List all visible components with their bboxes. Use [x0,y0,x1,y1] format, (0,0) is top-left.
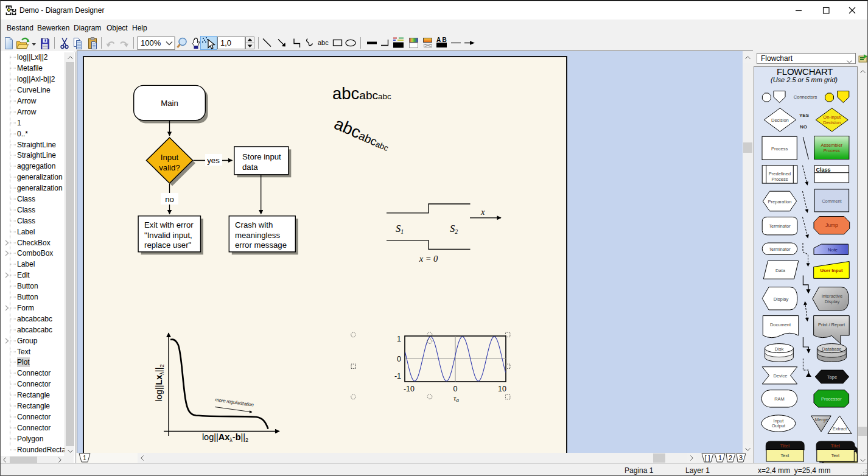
svg-text:Decision: Decision [771,117,789,123]
svg-text:meaningless: meaningless [235,231,280,240]
svg-text:Crash with: Crash with [235,220,273,229]
svg-text:Connectors: Connectors [794,94,817,100]
svg-text:S1: S1 [396,223,404,235]
svg-text:valid?: valid? [159,163,180,172]
svg-text:Exit with error: Exit with error [144,220,194,229]
svg-text:"Invalid input,: "Invalid input, [144,231,192,240]
svg-text:Merge: Merge [815,417,828,422]
svg-text:Store input: Store input [242,152,281,161]
svg-text:x: x [480,207,485,217]
svg-text:-10: -10 [404,385,415,393]
svg-text:Titel: Titel [780,443,789,449]
svg-text:Data: Data [775,268,786,273]
svg-text:Process: Process [824,148,840,153]
svg-text:User Input: User Input [820,268,843,273]
svg-text:Terminator: Terminator [769,223,791,229]
svg-text:Process: Process [771,146,788,152]
svg-text:abcabcabc: abcabcabc [332,84,391,103]
svg-text:Interactive: Interactive [822,293,843,299]
svg-text:Jump: Jump [825,222,838,228]
svg-text:B: B [443,37,447,43]
svg-text:Preparation: Preparation [768,199,792,205]
svg-text:Display: Display [825,299,840,304]
svg-text:log||Axλ-b||2: log||Axλ-b||2 [202,432,248,443]
svg-text:[ ]: [ ] [704,454,710,461]
svg-text:abcabcabc: abcabcabc [332,114,393,155]
svg-text:3: 3 [739,454,743,461]
svg-text:Comment: Comment [822,198,842,204]
svg-text:YES: YES [799,113,810,118]
svg-text:Assembler: Assembler [821,142,842,148]
svg-text:Print / Report: Print / Report [818,322,845,327]
svg-text:(Use 2.5 or 5 mm grid): (Use 2.5 or 5 mm grid) [771,76,838,83]
svg-text:Display: Display [774,296,789,302]
svg-text:Extract: Extract [833,426,847,432]
svg-text:error message: error message [235,240,287,250]
svg-text:Text: Text [831,453,840,458]
svg-text:Disk: Disk [775,346,784,352]
svg-text:Output: Output [772,423,786,429]
svg-text:Document: Document [770,322,791,327]
svg-text:Main: Main [161,99,178,108]
svg-text:τa: τa [453,394,459,403]
svg-text:replace user": replace user" [144,240,192,250]
svg-text:Class: Class [816,167,831,173]
svg-text:1: 1 [83,455,86,461]
svg-text:Note: Note [828,247,838,253]
svg-text:0: 0 [397,355,401,363]
svg-text:Titel: Titel [831,443,840,449]
svg-text:data: data [242,163,258,172]
svg-text:1,0: 1,0 [220,38,231,47]
svg-text:yes: yes [207,156,220,165]
svg-text:-1: -1 [394,372,401,380]
svg-text:no: no [165,195,174,204]
svg-text:x = 0: x = 0 [419,254,438,264]
svg-text:Tape: Tape [827,374,837,380]
svg-text:Processor: Processor [821,396,842,402]
svg-text:Process: Process [771,177,788,182]
svg-text:FLOWCHART: FLOWCHART [777,66,833,77]
svg-text:Input: Input [161,153,179,162]
svg-text:1: 1 [718,454,722,461]
svg-text:log||Lxλ||2: log||Lxλ||2 [154,365,165,402]
svg-text:more regularization: more regularization [215,397,254,408]
svg-text:RAM: RAM [774,396,785,402]
svg-text:Terminator: Terminator [769,247,791,252]
svg-text:Text: Text [781,453,790,458]
svg-text:0: 0 [453,385,458,393]
svg-text:2: 2 [729,454,732,461]
svg-text:Database: Database [822,346,841,352]
svg-text:A: A [436,37,441,43]
svg-text:abc: abc [318,39,329,46]
svg-text:10: 10 [498,385,506,393]
svg-text:100%: 100% [141,38,161,47]
svg-text:Decision: Decision [823,120,841,125]
svg-text:Device: Device [774,373,788,379]
svg-text:NO: NO [800,124,807,130]
svg-text:1: 1 [397,335,401,343]
svg-text:S2: S2 [450,223,458,235]
